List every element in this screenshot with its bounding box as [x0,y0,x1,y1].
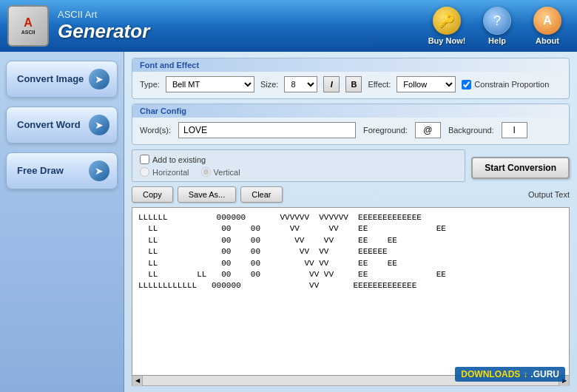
constrain-label: Constrain Proportion [474,80,549,89]
horizontal-radio-label[interactable]: Horizontal [140,167,189,177]
app-logo: A ASCII [7,5,49,47]
output-text-label: Output Text [528,190,570,199]
ascii-output[interactable]: LLLLLL 000000 VVVVVV VVVVVV EEEEEEEEEEEE… [132,207,570,376]
vertical-label: Vertical [214,168,240,177]
about-button[interactable]: A About [525,7,570,45]
char-config-title: Char Config [132,104,569,118]
background-input[interactable] [502,122,527,138]
app-title-block: ASCII Art Generator [58,9,149,43]
foreground-label: Foreground: [363,126,408,135]
font-size-select[interactable]: 8 10 12 14 16 [284,76,317,92]
add-existing-panel: Add to existing Horizontal Vertical [132,149,465,182]
middle-section: Add to existing Horizontal Vertical [132,149,570,182]
type-label: Type: [140,80,160,89]
help-icon: ? [483,7,511,35]
char-config-panel: Char Config Word(s): Foreground: Backgro… [132,104,570,145]
help-button[interactable]: ? Help [475,7,519,45]
horizontal-label: Horizontal [152,168,189,177]
font-type-select[interactable]: Bell MT Arial Times New Roman Courier Ne… [166,76,254,92]
add-existing-area: Add to existing Horizontal Vertical [132,149,465,182]
copy-button[interactable]: Copy [132,186,173,203]
italic-button[interactable]: I [323,76,340,92]
orientation-radio-group: Horizontal Vertical [140,167,457,177]
add-existing-checkbox-label[interactable]: Add to existing [140,155,206,164]
start-conversion-area: Start Conversion [471,149,570,179]
convert-image-arrow-icon: ➤ [89,69,109,89]
key-icon: 🔑 [433,7,461,35]
constrain-checkbox[interactable] [462,80,471,89]
size-label: Size: [260,80,278,89]
add-existing-checkbox[interactable] [140,155,149,164]
effect-label: Effect: [368,80,391,89]
app-name: ASCII Art [58,9,149,20]
vertical-radio-label[interactable]: Vertical [201,167,240,177]
effect-select[interactable]: Follow Normal Shadow [397,76,456,92]
sidebar-item-convert-word[interactable]: Convert Word ➤ [6,107,118,143]
add-existing-label: Add to existing [152,155,206,164]
convert-word-arrow-icon: ➤ [89,115,109,135]
char-config-row: Word(s): Foreground: Background: [140,122,561,138]
buynow-button[interactable]: 🔑 Buy Now! [425,7,469,45]
foreground-input[interactable] [415,122,441,138]
sidebar-item-convert-image[interactable]: Convert Image ➤ [6,61,118,98]
sidebar: Convert Image ➤ Convert Word ➤ Free Draw… [0,52,124,392]
constrain-checkbox-label[interactable]: Constrain Proportion [462,80,549,89]
start-conversion-button[interactable]: Start Conversion [471,157,570,179]
bold-button[interactable]: B [345,76,362,92]
add-existing-row: Add to existing [140,155,457,164]
font-effect-panel: Font and Effect Type: Bell MT Arial Time… [132,58,570,99]
font-effect-title: Font and Effect [132,58,569,72]
main-body: Convert Image ➤ Convert Word ➤ Free Draw… [0,52,577,392]
background-label: Background: [448,126,494,135]
sidebar-item-free-draw[interactable]: Free Draw ➤ [6,152,118,189]
scroll-right-icon[interactable]: ▶ [559,376,569,386]
clear-button[interactable]: Clear [240,186,282,203]
title-buttons: 🔑 Buy Now! ? Help A About [425,7,570,45]
about-icon: A [533,7,561,35]
output-btn-row: Copy Save As... Clear Output Text [132,186,570,203]
logo-text: A ASCII [21,16,36,36]
free-draw-arrow-icon: ➤ [89,160,109,181]
saveas-button[interactable]: Save As... [178,186,237,203]
output-area-container: LLLLLL 000000 VVVVVV VVVVVV EEEEEEEEEEEE… [132,207,570,386]
scroll-left-icon[interactable]: ◀ [132,376,143,386]
font-effect-row: Type: Bell MT Arial Times New Roman Cour… [140,76,561,92]
horizontal-radio[interactable] [140,167,149,177]
words-label: Word(s): [140,126,171,135]
words-input[interactable] [178,122,356,138]
title-bar: A ASCII ASCII Art Generator 🔑 Buy Now! ?… [0,0,577,52]
horizontal-scrollbar[interactable]: ◀ ▶ [132,376,570,386]
vertical-radio[interactable] [201,167,211,177]
app-subtitle: Generator [58,20,149,43]
content-area: Font and Effect Type: Bell MT Arial Time… [124,52,577,392]
